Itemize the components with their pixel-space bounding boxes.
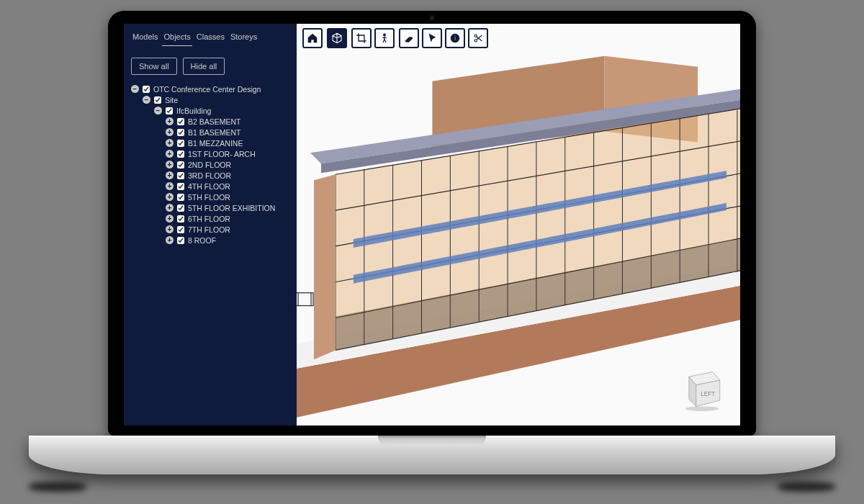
- tree-node-building[interactable]: − IfcBuilding: [154, 105, 292, 116]
- tab-classes[interactable]: Classes: [195, 31, 226, 46]
- laptop-camera: [429, 15, 435, 21]
- tree-checkbox[interactable]: [177, 150, 184, 158]
- collapse-icon[interactable]: −: [143, 96, 150, 104]
- expand-icon[interactable]: +: [166, 193, 174, 201]
- pointer-icon: [426, 32, 438, 44]
- tree-node-storey[interactable]: +8 ROOF: [166, 235, 292, 246]
- tree-checkbox[interactable]: [177, 140, 184, 147]
- tree-node-storey[interactable]: +6TH FLOOR: [166, 213, 292, 224]
- expand-icon[interactable]: +: [166, 139, 174, 147]
- tabs: Models Objects Classes Storeys: [124, 31, 297, 52]
- tree-label: 5TH FLOOR EXHIBITION: [188, 204, 275, 212]
- tree-checkbox[interactable]: [177, 215, 184, 222]
- expand-icon[interactable]: +: [166, 171, 174, 179]
- tree-checkbox[interactable]: [177, 237, 184, 244]
- tree-node-storey[interactable]: +B1 BASEMENT: [166, 127, 292, 138]
- tree-checkbox[interactable]: [177, 204, 184, 212]
- laptop-frame: Models Objects Classes Storeys Show all …: [108, 11, 756, 474]
- view-cube-button[interactable]: [327, 28, 347, 48]
- tree-label: 7TH FLOOR: [188, 225, 230, 234]
- home-button[interactable]: [302, 28, 323, 48]
- tab-models[interactable]: Models: [131, 31, 159, 46]
- expand-icon[interactable]: +: [166, 161, 174, 168]
- laptop-screen-bezel: Models Objects Classes Storeys Show all …: [108, 11, 756, 436]
- cut-button[interactable]: [468, 28, 488, 48]
- expand-icon[interactable]: +: [166, 150, 174, 158]
- show-all-button[interactable]: Show all: [131, 58, 177, 75]
- svg-point-3: [474, 35, 477, 37]
- eraser-icon: [403, 32, 415, 44]
- svg-marker-36: [314, 174, 336, 359]
- tree-checkbox[interactable]: [177, 161, 184, 168]
- select-button[interactable]: [422, 28, 442, 48]
- tree-node-storey[interactable]: +5TH FLOOR: [166, 192, 292, 202]
- expand-icon[interactable]: +: [166, 117, 174, 125]
- visibility-buttons: Show all Hide all: [124, 52, 297, 82]
- collapse-icon[interactable]: −: [131, 85, 139, 93]
- section-button[interactable]: [351, 28, 372, 48]
- expand-icon[interactable]: +: [166, 128, 174, 136]
- tree-label: B1 BASEMENT: [188, 128, 241, 137]
- expand-icon[interactable]: +: [166, 225, 174, 233]
- tree-node-storey[interactable]: +7TH FLOOR: [166, 224, 292, 235]
- nav-cube[interactable]: LEFT: [678, 364, 726, 411]
- collapse-icon[interactable]: −: [154, 107, 162, 114]
- person-icon: [379, 32, 390, 44]
- app-window: Models Objects Classes Storeys Show all …: [124, 24, 740, 426]
- info-button[interactable]: i: [445, 28, 465, 48]
- home-icon: [307, 32, 318, 44]
- tree-checkbox[interactable]: [154, 96, 161, 104]
- laptop-notch: [378, 436, 486, 446]
- tree-label: 3RD FLOOR: [188, 171, 231, 180]
- tree-node-root[interactable]: − OTC Conference Center Design: [131, 84, 292, 94]
- tree-label: Site: [165, 96, 178, 104]
- tree-checkbox[interactable]: [177, 129, 184, 136]
- tree-label: 8 ROOF: [188, 236, 216, 245]
- tree-checkbox[interactable]: [177, 172, 184, 179]
- expand-icon[interactable]: +: [166, 182, 174, 190]
- object-tree: − OTC Conference Center Design − Site − …: [124, 82, 297, 246]
- expand-icon[interactable]: +: [166, 204, 174, 212]
- hide-all-button[interactable]: Hide all: [183, 58, 225, 75]
- tree-label: 6TH FLOOR: [188, 215, 230, 223]
- cube-icon: [331, 32, 343, 44]
- tree-label: OTC Conference Center Design: [153, 85, 261, 94]
- expand-icon[interactable]: +: [166, 236, 174, 244]
- tree-label: 2ND FLOOR: [188, 161, 231, 169]
- tree-checkbox[interactable]: [143, 86, 150, 93]
- tree-node-storey[interactable]: +1ST FLOOR- ARCH: [166, 148, 292, 159]
- info-icon: i: [449, 32, 461, 44]
- scissors-icon: [472, 32, 484, 44]
- tab-objects[interactable]: Objects: [162, 31, 192, 46]
- svg-point-4: [474, 40, 477, 42]
- viewport-toolbar: i: [302, 28, 488, 48]
- tree-label: 5TH FLOOR: [188, 193, 230, 202]
- tree-node-storey[interactable]: +B2 BASEMENT: [166, 116, 292, 127]
- tree-checkbox[interactable]: [177, 118, 184, 125]
- tree-node-storey[interactable]: +B1 MEZZANINE: [166, 138, 292, 148]
- tree-label: B1 MEZZANINE: [188, 139, 243, 148]
- tree-checkbox[interactable]: [166, 107, 173, 114]
- sidebar: Models Objects Classes Storeys Show all …: [124, 24, 297, 426]
- tab-storeys[interactable]: Storeys: [229, 31, 258, 46]
- 3d-viewport[interactable]: i: [297, 24, 740, 426]
- building-model: [297, 24, 740, 426]
- walk-button[interactable]: [374, 28, 395, 48]
- tree-label: IfcBuilding: [176, 107, 211, 115]
- tree-checkbox[interactable]: [177, 183, 184, 190]
- tree-node-storey[interactable]: +2ND FLOOR: [166, 159, 292, 170]
- laptop-base: [29, 436, 835, 474]
- tree-node-storey[interactable]: +3RD FLOOR: [166, 170, 292, 181]
- tree-checkbox[interactable]: [177, 194, 184, 201]
- laptop-feet-shadow: [29, 482, 835, 492]
- navcube-face-label: LEFT: [701, 391, 715, 397]
- tree-node-storey[interactable]: +5TH FLOOR EXHIBITION: [166, 202, 292, 213]
- tree-node-storey[interactable]: +4TH FLOOR: [166, 181, 292, 192]
- svg-text:i: i: [454, 35, 456, 42]
- tree-checkbox[interactable]: [177, 226, 184, 233]
- tree-label: 4TH FLOOR: [188, 182, 230, 191]
- tree-node-site[interactable]: − Site: [143, 94, 292, 105]
- tree-label: 1ST FLOOR- ARCH: [188, 150, 256, 158]
- expand-icon[interactable]: +: [166, 215, 174, 222]
- hide-button[interactable]: [399, 28, 419, 48]
